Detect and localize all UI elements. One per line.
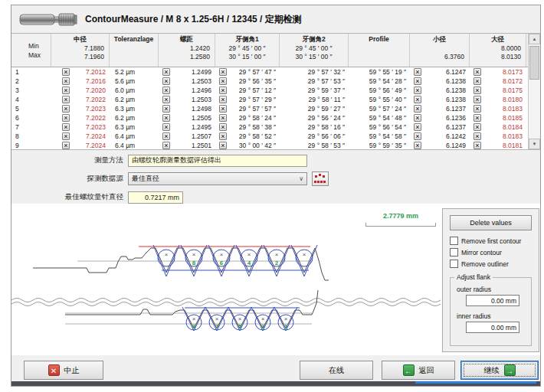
back-arrow-icon: ← (403, 364, 415, 376)
checkbox-minor-diameter[interactable] (414, 87, 421, 94)
checkbox-pitch[interactable] (162, 68, 170, 76)
checkbox-pitch-diameter[interactable] (62, 87, 70, 94)
abort-button[interactable]: ✕ 中止 (24, 361, 103, 380)
cell-toleranzlage: 6.2 µm (115, 114, 135, 122)
table-scrollbar[interactable]: ▲ ▼ (528, 34, 540, 149)
checkbox-pitch[interactable] (162, 114, 170, 122)
checkbox-major-diameter[interactable] (474, 68, 481, 76)
checkbox-minor-diameter[interactable] (414, 105, 421, 113)
cell-toleranzlage: 6.4 µm (115, 142, 135, 149)
table-row[interactable]: 5 7.2023 6.3 µm 1.2498 29 ° 57 ′ 57 (11, 104, 540, 113)
measurement-method-field[interactable]: 由螺纹轮廓测量数据评估得出 (128, 155, 307, 167)
outer-radius-input[interactable]: 0.00 mm (466, 295, 519, 306)
checkbox-minor-diameter[interactable] (414, 114, 421, 122)
checkbox-pitch[interactable] (162, 123, 170, 131)
checkbox-minor-diameter[interactable] (414, 142, 421, 149)
probe-points-button[interactable] (312, 172, 329, 186)
cell-flank-angle-2: 29 ° 57 ′ 32 ″ (308, 68, 345, 76)
continue-button[interactable]: 继续 → (460, 361, 539, 380)
checkbox-pitch-diameter[interactable] (62, 68, 70, 76)
cell-profile: 59 ° 55 ′ 40 ″ (369, 96, 406, 103)
checkbox-major-diameter[interactable] (474, 123, 481, 131)
checkbox-major-diameter[interactable] (474, 114, 481, 122)
checkbox-pitch[interactable] (162, 77, 170, 85)
cell-pitch-diameter: 7.2024 (86, 142, 106, 149)
table-row[interactable]: 8 7.2024 6.4 µm 1.2507 29 ° 58 ′ 52 (11, 132, 540, 141)
wire-circle-marker[interactable]: × 9 (186, 315, 202, 330)
checkbox-major-diameter[interactable] (474, 105, 481, 113)
checkbox-flank-angle-1[interactable] (219, 96, 227, 103)
checkbox-pitch[interactable] (162, 132, 170, 140)
checkbox-pitch[interactable] (162, 87, 170, 94)
checkbox-minor-diameter[interactable] (414, 77, 421, 85)
checkbox-major-diameter[interactable] (474, 96, 481, 103)
table-row[interactable]: 2 7.2016 5.6 µm 1.2503 29 ° 56 ′ 35 (11, 77, 540, 86)
checkbox-minor-diameter[interactable] (414, 132, 421, 140)
checkbox-flank-angle-1[interactable] (219, 105, 227, 113)
checkbox-pitch[interactable] (162, 142, 170, 149)
table-row[interactable]: 9 7.2024 6.4 µm 1.2501 30 ° 00 ′ 42 (11, 141, 540, 150)
checkbox-pitch-diameter[interactable] (62, 96, 70, 103)
scroll-up-arrow[interactable]: ▲ (529, 34, 540, 44)
cell-flank-angle-1: 29 ° 57 ′ 29 ″ (239, 96, 276, 103)
probe-data-source-dropdown[interactable]: 最佳直径 ∨ (128, 172, 307, 185)
checkbox-flank-angle-1[interactable] (219, 142, 227, 149)
wire-circle-marker[interactable]: × 6 (213, 250, 230, 266)
cell-profile: 59 ° 56 ′ 54 ″ (369, 123, 406, 131)
checkbox-flank-angle-1[interactable] (219, 123, 227, 131)
table-row[interactable]: 6 7.2022 6.2 µm 1.2505 29 ° 58 ′ 24 (11, 113, 540, 122)
wire-circle-marker[interactable]: × 8 (185, 250, 202, 266)
online-button[interactable]: 在线 (300, 361, 373, 380)
scrollbar-thumb[interactable] (529, 46, 539, 80)
wire-circle-marker[interactable]: × 1 (278, 315, 293, 330)
table-row[interactable]: 3 7.2020 6.0 µm 1.2496 29 ° 57 ′ 12 (11, 86, 540, 95)
scroll-down-arrow[interactable]: ▼ (529, 139, 540, 149)
checkbox-flank-angle-1[interactable] (219, 77, 227, 85)
cell-minor-diameter: 6.1237 (446, 123, 466, 131)
checkbox-pitch[interactable] (162, 96, 170, 103)
cell-flank-angle-1: 29 ° 58 ′ 24 ″ (239, 114, 276, 122)
remove-first-contour-checkbox[interactable] (450, 237, 458, 245)
checkbox-flank-angle-1[interactable] (219, 87, 227, 94)
cell-minor-diameter: 6.1236 (446, 114, 466, 122)
wire-circle-marker[interactable]: × 2 (268, 250, 285, 266)
wire-circle-marker[interactable]: × 3 (255, 315, 270, 330)
mirror-contour-label: Mirror contour (461, 249, 502, 256)
table-row[interactable]: 4 7.2022 6.2 µm 1.2503 29 ° 57 ′ 29 (11, 95, 540, 104)
wire-circle-marker[interactable]: × 5 (232, 315, 247, 330)
checkbox-major-diameter[interactable] (474, 87, 481, 94)
checkbox-pitch[interactable] (162, 105, 170, 113)
cell-pitch-diameter: 7.2012 (86, 68, 106, 76)
checkbox-major-diameter[interactable] (474, 77, 481, 85)
cell-pitch-diameter: 7.2016 (86, 77, 106, 85)
checkbox-pitch-diameter[interactable] (62, 114, 70, 122)
max-label: Max (28, 51, 51, 60)
checkbox-pitch-diameter[interactable] (62, 105, 70, 113)
mirror-contour-checkbox[interactable] (450, 248, 458, 256)
checkbox-minor-diameter[interactable] (414, 123, 421, 131)
checkbox-major-diameter[interactable] (474, 132, 481, 140)
remove-outliner-checkbox[interactable] (450, 260, 458, 268)
checkbox-flank-angle-1[interactable] (219, 68, 227, 76)
cell-pitch: 1.2505 (192, 114, 211, 122)
table-row[interactable]: 7 7.2023 6.3 µm 1.2495 29 ° 58 ′ 38 (11, 122, 540, 132)
checkbox-minor-diameter[interactable] (414, 68, 421, 76)
checkbox-pitch-diameter[interactable] (62, 123, 70, 131)
wire-circle-marker[interactable]: × 7 (209, 315, 224, 330)
checkbox-flank-angle-1[interactable] (219, 114, 227, 122)
checkbox-pitch-diameter[interactable] (62, 142, 70, 149)
inner-radius-input[interactable]: 0.00 mm (466, 322, 519, 333)
checkbox-major-diameter[interactable] (474, 142, 481, 149)
delete-values-button[interactable]: Delete values (450, 215, 532, 230)
checkbox-flank-angle-1[interactable] (219, 132, 227, 140)
back-button[interactable]: ← 返回 (382, 361, 455, 380)
wire-circle-marker[interactable]: × (158, 250, 175, 266)
checkbox-minor-diameter[interactable] (414, 96, 421, 103)
wire-circle-marker[interactable]: × 4 (241, 250, 257, 266)
wire-circle-marker[interactable]: × (296, 250, 313, 266)
probe-data-source-label: 探测数据源 (11, 174, 123, 184)
table-row[interactable]: 1 7.2012 5.2 µm 1.2499 29 ° 57 ′ 47 (11, 67, 540, 77)
checkbox-pitch-diameter[interactable] (62, 132, 70, 140)
checkbox-pitch-diameter[interactable] (62, 77, 70, 85)
best-wire-diameter-field[interactable]: 0.7217 mm (128, 191, 183, 204)
